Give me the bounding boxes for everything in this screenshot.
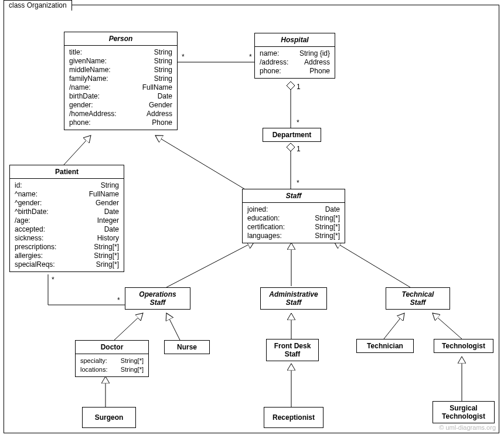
- class-patient: Patient id:String^name:FullName^gender:G…: [9, 165, 124, 272]
- class-name: Person: [64, 32, 177, 45]
- class-administrative-staff: Administrative Staff: [260, 287, 327, 310]
- class-name: Administrative Staff: [261, 288, 326, 309]
- class-name: Surgeon: [95, 413, 124, 422]
- attr-row: prescriptions:String[*]: [15, 243, 119, 252]
- class-technologist: Technologist: [434, 339, 493, 353]
- class-name: Front Desk Staff: [267, 339, 318, 361]
- attr-row: /age:Integer: [15, 216, 119, 225]
- class-attrs: title:StringgivenName:StringmiddleName:S…: [64, 45, 177, 130]
- attr-row: specialReqs:Sring[*]: [15, 260, 119, 269]
- class-name: Surgical Technologist: [433, 402, 494, 423]
- attr-row: certification:String[*]: [247, 223, 340, 232]
- attr-row: allergies:String[*]: [15, 252, 119, 260]
- class-name: Staff: [243, 189, 345, 202]
- attr-row: /homeAddress:Address: [69, 110, 172, 118]
- watermark: © uml-diagrams.org: [439, 424, 496, 431]
- attr-row: middleName:String: [69, 66, 172, 74]
- class-technical-staff: Technical Staff: [386, 287, 450, 310]
- attr-row: familyName:String: [69, 74, 172, 83]
- class-front-desk-staff: Front Desk Staff: [266, 339, 319, 361]
- class-hospital: Hospital name:String {id}/address:Addres…: [254, 33, 335, 79]
- attr-row: phone:Phone: [69, 118, 172, 127]
- class-name: Patient: [10, 165, 124, 178]
- attr-row: phone:Phone: [260, 67, 330, 76]
- class-surgical-technologist: Surgical Technologist: [433, 401, 495, 423]
- class-name: Technician: [357, 339, 413, 352]
- attr-row: id:String: [15, 181, 119, 190]
- attr-row: languages:String[*]: [247, 232, 340, 240]
- class-staff: Staff joined:Dateeducation:String[*]cert…: [242, 189, 345, 243]
- attr-row: givenName:String: [69, 57, 172, 66]
- class-department: Department: [263, 128, 321, 142]
- attr-row: ^name:FullName: [15, 190, 119, 199]
- class-doctor: Doctor specialty:String[*]locations:Stri…: [75, 340, 149, 377]
- attr-row: ^gender:Gender: [15, 199, 119, 208]
- class-person: Person title:StringgivenName:Stringmiddl…: [64, 32, 178, 130]
- class-name: Department: [263, 128, 321, 141]
- attr-row: name:String {id}: [260, 49, 330, 58]
- attr-row: gender:Gender: [69, 101, 172, 110]
- class-surgeon: Surgeon: [82, 407, 136, 428]
- attr-row: specialty:String[*]: [80, 356, 144, 365]
- attr-row: accepted:Date: [15, 225, 119, 234]
- class-name: Technical Staff: [386, 288, 449, 309]
- class-attrs: specialty:String[*]locations:String[*]: [76, 354, 148, 376]
- class-name: Operations Staff: [125, 288, 190, 309]
- class-name: Hospital: [255, 33, 335, 46]
- class-attrs: id:String^name:FullName^gender:Gender^bi…: [10, 178, 124, 271]
- attr-row: joined:Date: [247, 205, 340, 214]
- attr-row: locations:String[*]: [80, 365, 144, 374]
- class-name: Nurse: [165, 341, 209, 354]
- class-name: Doctor: [76, 341, 148, 354]
- class-name: Technologist: [434, 339, 493, 352]
- class-attrs: name:String {id}/address:Addressphone:Ph…: [255, 46, 335, 78]
- attr-row: /address:Address: [260, 58, 330, 67]
- class-attrs: joined:Dateeducation:String[*]certificat…: [243, 202, 345, 243]
- attr-row: title:String: [69, 48, 172, 57]
- attr-row: education:String[*]: [247, 214, 340, 223]
- class-nurse: Nurse: [164, 340, 210, 354]
- class-receptionist: Receptionist: [264, 407, 323, 428]
- class-technician: Technician: [356, 339, 414, 353]
- class-name: Receptionist: [273, 413, 315, 422]
- attr-row: ^birthDate:Date: [15, 208, 119, 216]
- attr-row: sickness:History: [15, 234, 119, 243]
- class-operations-staff: Operations Staff: [125, 287, 190, 310]
- attr-row: birthDate:Date: [69, 92, 172, 101]
- package-title: class Organization: [4, 0, 72, 11]
- attr-row: /name:FullName: [69, 83, 172, 92]
